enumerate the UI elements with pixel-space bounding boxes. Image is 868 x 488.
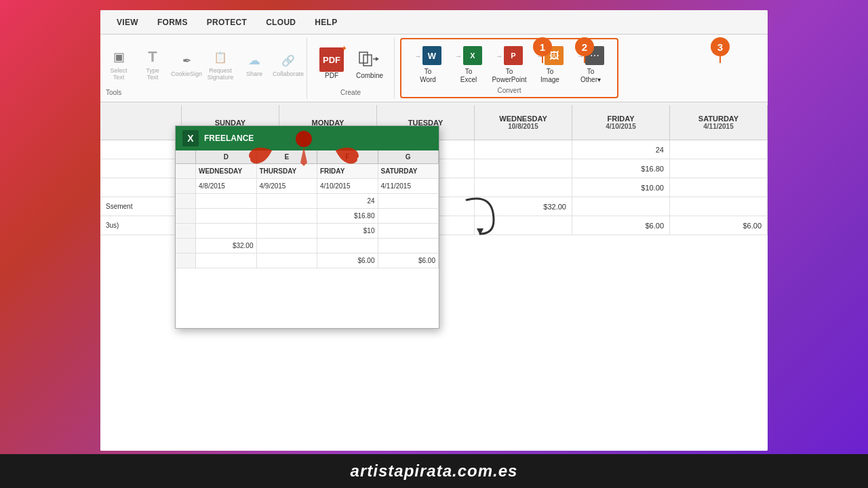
cell-4-6 — [670, 197, 768, 216]
cell-3-6 — [670, 178, 768, 197]
cell-1-5: 24 — [572, 140, 670, 159]
main-container: 1 2 3 VIEW FORMS PROTECT CLOUD HELP — [100, 10, 768, 451]
excel-data-row-1: 24 — [176, 194, 439, 209]
to-excel-button[interactable]: → X ToExcel — [449, 42, 488, 85]
to-image-button[interactable]: → 🖼 ToImage — [530, 42, 570, 85]
menu-tab-cloud[interactable]: CLOUD — [256, 14, 305, 31]
tool-request[interactable]: 📋 Request Signature — [208, 47, 233, 81]
combine-label: Combine — [356, 72, 383, 80]
side-label-header — [100, 105, 182, 140]
excel-col-f: F — [317, 150, 378, 163]
create-buttons: PDF PDF Combine — [314, 40, 387, 87]
type-label: Type Text — [140, 68, 165, 81]
excel-f7: $6.00 — [317, 253, 378, 268]
excel-d6: $32.00 — [196, 239, 257, 253]
excel-e4 — [257, 209, 318, 223]
day-saturday: SATURDAY 4/11/2015 — [670, 105, 768, 140]
to-other-label: ToOther▾ — [580, 68, 601, 84]
share-label: Share — [246, 71, 262, 78]
pdf-button[interactable]: PDF PDF — [314, 46, 349, 81]
menu-tab-help[interactable]: HELP — [305, 14, 347, 31]
convert-buttons: → W ToWord → X — [408, 42, 610, 85]
excel-f4: $16.80 — [317, 209, 378, 223]
excel-g3 — [378, 194, 439, 208]
excel-rn-5 — [176, 224, 196, 238]
row-label-4: Ssement — [100, 197, 182, 216]
request-label: Request Signature — [208, 68, 234, 81]
excel-day-names: WEDNESDAY THURSDAY FRIDAY SATURDAY — [176, 164, 439, 179]
curved-arrow — [453, 186, 507, 241]
cell-1-6 — [670, 140, 768, 159]
excel-f3: 24 — [317, 194, 378, 208]
excel-col-g: G — [378, 150, 439, 163]
tool-cookiesign[interactable]: ✒ CookieSign — [174, 51, 199, 78]
select-label: Select Text — [106, 68, 132, 81]
convert-label: Convert — [497, 85, 521, 94]
watermark: artistapirata.com.es — [0, 454, 868, 488]
to-word-label: ToWord — [420, 68, 436, 84]
cell-5-6: $6.00 — [670, 216, 768, 235]
excel-saturday: SATURDAY — [378, 164, 439, 178]
cell-5-5: $6.00 — [572, 216, 670, 235]
menu-tab-forms[interactable]: FORMS — [148, 14, 197, 31]
excel-date-sat: 4/11/2015 — [378, 179, 439, 193]
tool-select[interactable]: ▣ Select Text — [106, 47, 132, 81]
combine-button[interactable]: Combine — [352, 46, 387, 81]
cookiesign-label: CookieSign — [171, 71, 202, 78]
to-excel-icon: → X — [456, 43, 481, 68]
convert-section: → W ToWord → X — [400, 38, 618, 98]
excel-date-fri: 4/10/2015 — [317, 179, 378, 193]
menu-tab-view[interactable]: VIEW — [107, 14, 148, 31]
menu-tabs: VIEW FORMS PROTECT CLOUD HELP — [100, 10, 768, 35]
to-powerpoint-label: ToPowerPoint — [492, 68, 526, 84]
excel-f6 — [317, 239, 378, 253]
excel-d3 — [196, 194, 257, 208]
collaborate-label: Collaborate — [273, 71, 304, 78]
tool-type[interactable]: T Type Text — [140, 47, 165, 81]
to-word-button[interactable]: → W ToWord — [408, 42, 448, 85]
to-excel-label: ToExcel — [460, 68, 477, 84]
to-other-button[interactable]: → ⋯ ToOther▾ — [571, 42, 610, 85]
excel-popup-title: FREELANCE — [204, 134, 254, 143]
excel-g6 — [378, 239, 439, 253]
excel-data-row-5: $6.00 $6.00 — [176, 253, 439, 268]
cookiesign-icon: ✒ — [177, 51, 196, 70]
watermark-text: artistapirata.com.es — [351, 462, 518, 481]
excel-date-wed: 4/8/2015 — [196, 179, 257, 193]
row-label-2 — [100, 159, 182, 178]
share-icon: ☁ — [245, 51, 264, 70]
svg-marker-3 — [376, 57, 379, 61]
day-thursday: WEDNESDAY 10/8/2015 — [475, 105, 572, 140]
to-powerpoint-button[interactable]: → P ToPowerPoint — [490, 42, 529, 85]
excel-col-num — [176, 150, 196, 163]
excel-col-headers: D E F G — [176, 150, 439, 164]
excel-d7 — [196, 253, 257, 268]
menu-tab-protect[interactable]: PROTECT — [197, 14, 256, 31]
excel-rn-4 — [176, 209, 196, 223]
excel-d4 — [196, 209, 257, 223]
excel-e5 — [257, 224, 318, 238]
excel-e7 — [257, 253, 318, 268]
cell-2-5: $16.80 — [572, 159, 670, 178]
excel-g5 — [378, 224, 439, 238]
combine-icon — [357, 47, 382, 72]
create-section: PDF PDF Combine — [307, 37, 395, 99]
excel-wednesday: WEDNESDAY — [196, 164, 257, 178]
to-image-icon: → 🖼 — [538, 43, 562, 68]
tool-collaborate[interactable]: 🔗 Collaborate — [275, 51, 301, 78]
tools-icons-row: ▣ Select Text T Type Text ✒ CookieSign 📋… — [106, 40, 301, 87]
select-icon: ▣ — [109, 47, 128, 66]
excel-rn-1 — [176, 164, 196, 178]
pdf-label: PDF — [325, 72, 338, 80]
tool-share[interactable]: ☁ Share — [241, 51, 267, 78]
row-label-3 — [100, 178, 182, 197]
cell-2-4 — [475, 159, 572, 178]
excel-friday: FRIDAY — [317, 164, 378, 178]
cell-3-5: $10.00 — [572, 178, 670, 197]
create-label: Create — [340, 87, 361, 96]
excel-data-row-4: $32.00 — [176, 239, 439, 253]
to-word-icon: → W — [416, 43, 440, 68]
excel-thursday: THURSDAY — [257, 164, 318, 178]
row-label-5: 3us) — [100, 216, 182, 235]
tools-section: ▣ Select Text T Type Text ✒ CookieSign 📋… — [100, 37, 307, 99]
